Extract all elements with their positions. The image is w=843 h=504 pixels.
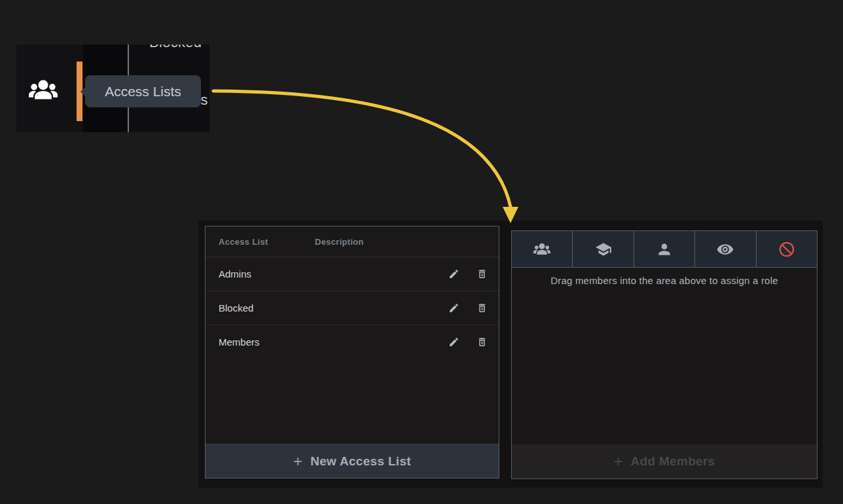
add-members-button[interactable]: + Add Members <box>512 444 817 478</box>
access-lists-tooltip: Access Lists <box>85 75 201 107</box>
plus-icon: + <box>293 454 302 469</box>
plus-icon: + <box>614 454 623 469</box>
members-empty-area <box>512 286 817 444</box>
column-header-access-list: Access List <box>219 237 315 247</box>
role-drop-row <box>512 231 817 268</box>
access-lists-panel: Access List Description Admins Blocked M… <box>205 226 499 478</box>
role-cell-viewers[interactable] <box>695 231 756 268</box>
table-row-members[interactable]: Members <box>206 325 499 359</box>
role-cell-blocked[interactable] <box>757 231 817 268</box>
table-row-admins[interactable]: Admins <box>206 257 499 291</box>
role-cell-admins[interactable] <box>512 231 573 268</box>
access-list-name: Members <box>219 336 315 348</box>
new-access-list-label: New Access List <box>310 454 411 469</box>
people-group-icon <box>533 241 550 258</box>
edit-icon[interactable] <box>448 268 459 279</box>
column-header-description: Description <box>315 237 364 247</box>
panels-container: Access List Description Admins Blocked M… <box>198 221 823 488</box>
tooltip-label: Access Lists <box>105 84 181 99</box>
delete-icon[interactable] <box>476 302 488 314</box>
people-group-icon[interactable] <box>29 78 58 103</box>
person-icon <box>656 241 673 258</box>
row-actions <box>448 302 488 314</box>
delete-icon[interactable] <box>476 336 488 348</box>
edit-icon[interactable] <box>448 336 459 348</box>
role-cell-moderators[interactable] <box>573 231 634 268</box>
edit-icon[interactable] <box>448 302 459 314</box>
access-list-name: Blocked <box>219 302 315 314</box>
role-cell-members[interactable] <box>634 231 695 268</box>
table-row-blocked[interactable]: Blocked <box>206 291 499 325</box>
new-access-list-button[interactable]: + New Access List <box>206 444 499 478</box>
table-empty-area <box>206 359 499 444</box>
access-list-name: Admins <box>219 268 315 279</box>
partial-list-item-blocked: Blocked <box>149 45 202 51</box>
add-members-label: Add Members <box>631 454 715 469</box>
blocked-icon <box>778 241 795 258</box>
drop-hint-text: Drag members into the area above to assi… <box>512 275 817 286</box>
members-panel: Drag members into the area above to assi… <box>511 230 817 479</box>
eye-icon <box>717 241 734 258</box>
tooltip-caret <box>81 86 86 97</box>
row-actions <box>448 336 488 348</box>
row-actions <box>448 268 488 279</box>
table-header: Access List Description <box>206 226 499 257</box>
graduation-cap-icon <box>595 241 612 258</box>
delete-icon[interactable] <box>476 268 488 279</box>
